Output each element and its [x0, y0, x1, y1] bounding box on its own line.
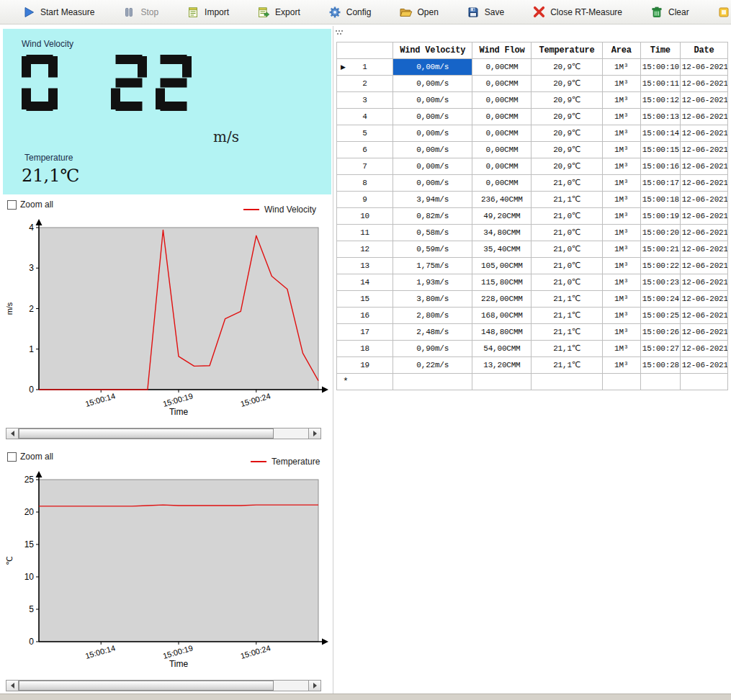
grid-cell[interactable]: 0,00CMM: [472, 59, 532, 76]
grid-cell[interactable]: 0,00m/s: [393, 158, 472, 175]
row-header[interactable]: 5: [337, 125, 393, 142]
grid-cell[interactable]: 1M³: [602, 76, 640, 92]
grid-cell[interactable]: 15:00:12: [640, 92, 680, 109]
grid-cell[interactable]: 12-06-2021: [680, 341, 727, 357]
grid-cell[interactable]: 1M³: [602, 324, 640, 341]
grid-cell[interactable]: 15:00:16: [640, 158, 680, 175]
grid-cell[interactable]: 15:00:23: [640, 274, 680, 291]
import-button[interactable]: Import: [181, 2, 233, 22]
grid-cell[interactable]: 12-06-2021: [680, 175, 727, 192]
row-header[interactable]: 6: [337, 142, 393, 158]
grid-cell[interactable]: 3,94m/s: [393, 192, 472, 208]
start-measure-button[interactable]: Start Measure: [17, 2, 99, 22]
grid-cell[interactable]: 49,20CMM: [472, 208, 532, 225]
zoom-all-checkbox-wind[interactable]: Zoom all: [7, 199, 53, 210]
grid-cell[interactable]: 20,9℃: [532, 92, 602, 109]
grid-cell[interactable]: 15:00:18: [640, 192, 680, 208]
grid-cell[interactable]: 0,00CMM: [472, 125, 532, 142]
scroll-left-button[interactable]: [6, 681, 19, 691]
scroll-right-button[interactable]: [308, 428, 320, 439]
grid-cell[interactable]: 1,75m/s: [393, 258, 472, 274]
grid-cell[interactable]: 12-06-2021: [680, 125, 727, 142]
grid-cell[interactable]: 15:00:15: [640, 142, 680, 158]
grid-cell[interactable]: 21,0℃: [532, 175, 602, 192]
grid-cell[interactable]: 12-06-2021: [680, 59, 727, 76]
grid-cell[interactable]: 115,80CMM: [472, 274, 532, 291]
grid-cell[interactable]: 1M³: [602, 274, 640, 291]
row-header[interactable]: 19: [337, 357, 393, 374]
grid-cell[interactable]: 1M³: [602, 341, 640, 357]
grid-cell[interactable]: 105,00CMM: [472, 258, 532, 274]
row-header[interactable]: 14: [337, 274, 393, 291]
grid-cell[interactable]: 21,1℃: [532, 308, 602, 324]
row-header[interactable]: 15: [337, 291, 393, 308]
grid-cell[interactable]: 1M³: [602, 59, 640, 76]
grid-cell[interactable]: 3,80m/s: [393, 291, 472, 308]
grid-cell[interactable]: 1M³: [602, 258, 640, 274]
grid-cell[interactable]: 0,00CMM: [472, 76, 532, 92]
grid-cell[interactable]: 0,00m/s: [393, 125, 472, 142]
config-button[interactable]: Config: [323, 2, 376, 22]
grid-cell[interactable]: 0,00CMM: [472, 92, 532, 109]
grid-cell[interactable]: 15:00:10: [640, 59, 680, 76]
grid-cell[interactable]: 1M³: [602, 158, 640, 175]
grid-cell[interactable]: 1M³: [602, 92, 640, 109]
grid-cell[interactable]: 20,9℃: [532, 109, 602, 125]
grid-cell[interactable]: 21,1℃: [532, 357, 602, 374]
column-header[interactable]: Date: [680, 42, 727, 59]
grid-cell[interactable]: 12-06-2021: [680, 308, 727, 324]
scrollbar-track[interactable]: [19, 428, 308, 439]
scroll-left-button[interactable]: [6, 428, 19, 439]
grid-cell[interactable]: 12-06-2021: [680, 274, 727, 291]
grid-cell[interactable]: 15:00:21: [640, 241, 680, 258]
grid-cell[interactable]: 21,1℃: [532, 324, 602, 341]
row-header[interactable]: 12: [337, 241, 393, 258]
wind-chart-scrollbar[interactable]: [6, 428, 321, 439]
grid-cell[interactable]: 0,00CMM: [472, 142, 532, 158]
row-header[interactable]: 9: [337, 192, 393, 208]
grid-cell[interactable]: 12-06-2021: [680, 258, 727, 274]
quit-button[interactable]: Quit: [712, 2, 731, 22]
grid-cell[interactable]: 35,40CMM: [472, 241, 532, 258]
grid-cell[interactable]: 15:00:14: [640, 125, 680, 142]
grid-cell[interactable]: 0,00m/s: [393, 109, 472, 125]
grid-cell[interactable]: 21,1℃: [532, 341, 602, 357]
grid-cell[interactable]: 168,00CMM: [472, 308, 532, 324]
grid-cell[interactable]: 21,1℃: [532, 291, 602, 308]
scrollbar-track[interactable]: [19, 681, 308, 691]
grid-cell[interactable]: [393, 374, 472, 390]
grid-cell[interactable]: 0,90m/s: [393, 341, 472, 357]
scrollbar-thumb[interactable]: [19, 428, 274, 439]
grid-cell[interactable]: 34,80CMM: [472, 225, 532, 241]
grid-cell[interactable]: 1M³: [602, 109, 640, 125]
checkbox-icon[interactable]: [7, 200, 17, 210]
column-header[interactable]: Wind Velocity: [393, 42, 472, 59]
grid-cell[interactable]: [602, 374, 640, 390]
clear-button[interactable]: Clear: [645, 2, 694, 22]
row-header[interactable]: 18: [337, 341, 393, 357]
close-rt-measure-button[interactable]: Close RT-Measure: [527, 2, 627, 22]
row-header[interactable]: 16: [337, 308, 393, 324]
grid-cell[interactable]: 228,00CMM: [472, 291, 532, 308]
grid-cell[interactable]: 0,00CMM: [472, 158, 532, 175]
stop-button[interactable]: Stop: [117, 2, 163, 22]
export-button[interactable]: Export: [252, 2, 305, 22]
row-header[interactable]: 11: [337, 225, 393, 241]
grid-cell[interactable]: [532, 374, 602, 390]
save-button[interactable]: Save: [462, 2, 508, 22]
column-header[interactable]: Area: [602, 42, 640, 59]
new-row-header[interactable]: *: [337, 374, 393, 390]
grid-cell[interactable]: 21,0℃: [532, 258, 602, 274]
grid-cell[interactable]: 15:00:25: [640, 308, 680, 324]
row-header[interactable]: 3: [337, 92, 393, 109]
grid-cell[interactable]: 21,1℃: [532, 192, 602, 208]
grid-cell[interactable]: 54,00CMM: [472, 341, 532, 357]
row-header[interactable]: ▶1: [337, 59, 393, 76]
grid-cell[interactable]: 21,0℃: [532, 225, 602, 241]
grid-cell[interactable]: 236,40CMM: [472, 192, 532, 208]
grid-cell[interactable]: 13,20CMM: [472, 357, 532, 374]
scrollbar-thumb[interactable]: [19, 681, 274, 691]
grid-cell[interactable]: 0,00m/s: [393, 59, 472, 76]
column-header[interactable]: Wind Flow: [472, 42, 532, 59]
row-header[interactable]: 8: [337, 175, 393, 192]
